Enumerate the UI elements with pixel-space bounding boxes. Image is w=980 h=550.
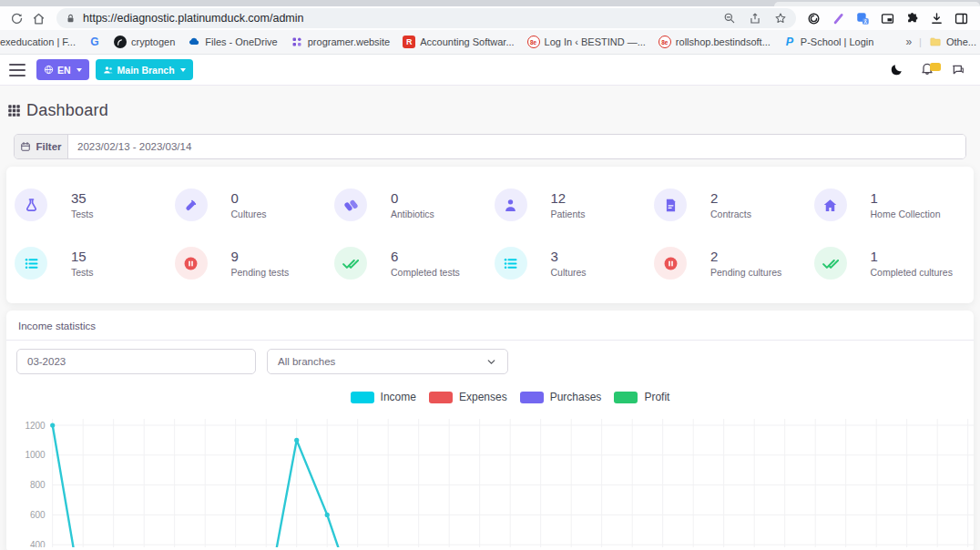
red-r-favicon: R	[403, 36, 415, 48]
bookmark-label: P-School | Login	[801, 36, 874, 47]
bookmark-exeducation[interactable]: exeducation | F...	[0, 36, 76, 47]
stat-value: 0	[391, 190, 434, 206]
globe-icon	[44, 65, 54, 75]
bookmark-label: rollshop.bestindsoft...	[676, 36, 771, 47]
legend-income[interactable]: Income	[351, 391, 416, 403]
income-swatch	[351, 392, 374, 403]
stat-value: 6	[391, 249, 460, 264]
menu-hamburger-icon[interactable]	[9, 64, 26, 76]
stat-value: 1	[871, 190, 941, 206]
stat-cultures-total: 0Cultures	[175, 188, 335, 221]
stat-label: Tests	[71, 209, 94, 219]
svg-text:600: 600	[30, 510, 46, 520]
stat-antibiotics: 0Antibiotics	[334, 188, 495, 221]
stat-label: Tests	[71, 267, 94, 278]
bookmark-programer-website[interactable]: programer.website	[291, 36, 391, 48]
moon-icon[interactable]	[890, 63, 903, 76]
legend-profit[interactable]: Profit	[614, 391, 669, 403]
bookmark-onedrive[interactable]: Files - OneDrive	[188, 36, 277, 48]
address-bar[interactable]: https://ediagnostic.platinumduck.com/adm…	[56, 8, 796, 28]
svg-text:400: 400	[30, 540, 46, 547]
stat-value: 2	[710, 190, 751, 206]
url-text[interactable]: https://ediagnostic.platinumduck.com/adm…	[83, 12, 716, 25]
extensions-puzzle-icon[interactable]	[905, 12, 919, 25]
pause-icon	[654, 247, 687, 280]
income-statistics-title: Income statistics	[6, 311, 974, 341]
stat-label: Antibiotics	[391, 209, 434, 219]
picture-in-picture-icon[interactable]	[881, 12, 894, 25]
filter-label: Filter	[36, 141, 61, 152]
bookmark-label: Files - OneDrive	[205, 36, 277, 47]
stat-label: Cultures	[231, 209, 267, 219]
stat-value: 12	[551, 190, 586, 206]
list-icon	[15, 247, 47, 280]
vial-icon	[175, 188, 208, 221]
bookmark-login-bestind[interactable]: 8e Log In ‹ BESTIND —...	[527, 36, 646, 48]
app-header: EN Main Branch	[0, 55, 980, 86]
stat-value: 1	[871, 249, 953, 264]
stat-label: Contracts	[710, 209, 751, 219]
bookmark-label: exeducation | F...	[0, 36, 76, 47]
bookmark-p-school[interactable]: P P-School | Login	[783, 36, 874, 48]
calendar-icon	[20, 141, 31, 152]
filter-addon: Filter	[15, 135, 68, 158]
chat-icon[interactable]	[951, 63, 965, 77]
branch-select[interactable]: All branches	[267, 349, 508, 374]
8e-favicon: 8e	[658, 36, 671, 48]
stats-card: 35Tests 0Cultures 0Antibiotics 12Patient…	[6, 167, 974, 303]
extension-swirl-icon[interactable]	[807, 12, 821, 25]
date-filter-group: Filter	[14, 134, 966, 159]
star-icon[interactable]	[774, 12, 787, 25]
stat-completed-tests: 6Completed tests	[334, 247, 495, 280]
month-input[interactable]	[16, 349, 256, 374]
share-icon[interactable]	[749, 12, 761, 25]
bookmark-cryptogen[interactable]: cryptogen	[114, 36, 175, 48]
branch-dropdown-button[interactable]: Main Branch	[96, 59, 193, 80]
other-bookmarks-folder[interactable]: Othe...	[929, 36, 976, 48]
language-dropdown-button[interactable]: EN	[36, 59, 89, 80]
pen-extension-icon[interactable]	[832, 12, 845, 25]
stat-value: 35	[71, 190, 94, 206]
stat-label: Cultures	[551, 267, 587, 278]
reload-icon[interactable]	[5, 8, 27, 28]
chevron-down-icon	[485, 356, 497, 368]
bookmark-google[interactable]: G	[88, 36, 101, 48]
pills-icon	[334, 188, 367, 221]
legend-label: Profit	[644, 391, 669, 403]
stat-contracts: 2Contracts	[654, 188, 814, 221]
browser-tab-strip[interactable]	[0, 0, 980, 6]
bookmark-accounting-software[interactable]: R Accounting Softwar...	[403, 36, 514, 48]
profit-swatch	[614, 392, 638, 403]
lock-icon[interactable]	[66, 14, 76, 24]
8e-favicon: 8e	[527, 36, 540, 48]
stat-cultures-period: 3Cultures	[495, 247, 655, 280]
stat-value: 15	[71, 249, 94, 264]
bell-notification-icon[interactable]	[920, 61, 934, 79]
p-favicon: P	[783, 36, 796, 48]
bookmark-label: programer.website	[308, 36, 391, 47]
legend-label: Expenses	[459, 391, 507, 403]
home-icon[interactable]	[27, 8, 49, 28]
legend-label: Income	[381, 391, 416, 403]
legend-expenses[interactable]: Expenses	[429, 391, 507, 403]
stat-label: Pending cultures	[710, 267, 781, 278]
language-label: EN	[57, 65, 71, 76]
bookmarks-overflow-chevron[interactable]: »	[900, 36, 917, 48]
side-panel-icon[interactable]	[954, 12, 968, 25]
download-icon[interactable]	[930, 12, 944, 25]
stat-value: 2	[710, 249, 781, 264]
svg-text:800: 800	[30, 480, 46, 490]
stat-pending-tests: 9Pending tests	[175, 247, 335, 280]
browser-tab[interactable]	[774, 2, 980, 6]
folder-icon	[929, 36, 942, 48]
bookmark-rollshop-bestindsoft[interactable]: 8e rollshop.bestindsoft...	[658, 36, 771, 48]
page-title: Dashboard	[26, 101, 108, 120]
browser-toolbar: https://ediagnostic.platinumduck.com/adm…	[0, 6, 980, 30]
date-range-input[interactable]	[68, 135, 965, 158]
dashboard-page: Dashboard Filter 35Tests 0Cultures 0Anti…	[0, 86, 980, 550]
translate-extension-icon[interactable]	[856, 12, 870, 25]
zoom-icon[interactable]	[723, 12, 736, 25]
users-icon	[103, 65, 114, 76]
legend-purchases[interactable]: Purchases	[520, 391, 602, 403]
stat-tests-total: 35Tests	[15, 188, 175, 221]
